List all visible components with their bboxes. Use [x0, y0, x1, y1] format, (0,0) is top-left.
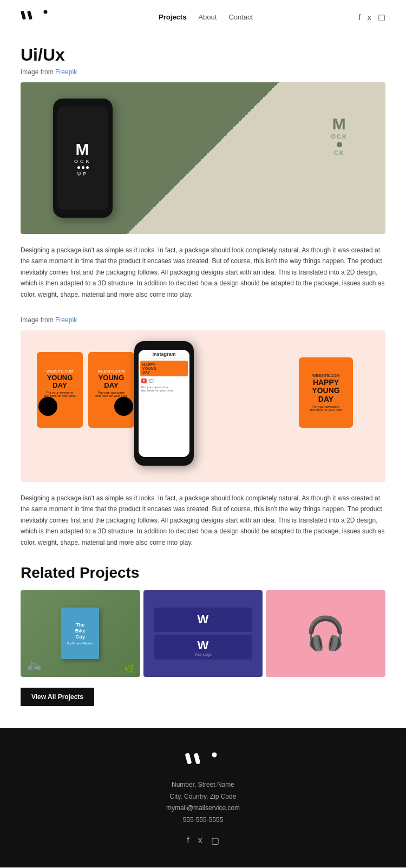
related-projects-title: Related Projects — [21, 564, 385, 582]
page-title: Ui/Ux — [21, 45, 385, 65]
freepik-link-1[interactable]: Freepik — [55, 68, 77, 76]
footer-twitter-x-icon[interactable]: x — [198, 836, 202, 846]
image-credit-1: Image from Freepik — [21, 68, 385, 76]
freepik-link-2[interactable]: Freepik — [55, 316, 77, 324]
footer: Number, Street Name City, Country, Zip C… — [0, 728, 406, 867]
footer-social: f x ▢ — [187, 836, 219, 846]
bike-icon: 🚲 — [26, 656, 42, 671]
projects-grid: TheBikeGuy By Emma Mason 🚲 🌿 W W Your Lo… — [21, 590, 385, 677]
nav-projects[interactable]: Projects — [159, 13, 186, 21]
main-content: Ui/Ux Image from Freepik M OCK UP M OCK … — [0, 34, 406, 728]
navbar: Projects About Contact f x ▢ — [0, 0, 406, 34]
footer-address: Number, Street Name City, Country, Zip C… — [166, 779, 240, 826]
svg-point-5 — [212, 752, 217, 757]
svg-rect-0 — [21, 10, 26, 19]
nav-about[interactable]: About — [198, 13, 217, 21]
footer-phone: 555-555-5555 — [166, 814, 240, 826]
social-cards: WEBSITE.COM YOUNGDAY Put your awesometex… — [37, 352, 134, 428]
instagram-icon[interactable]: ▢ — [378, 12, 385, 22]
plant-icon: 🌿 — [124, 664, 135, 674]
footer-email: mymail@mailservice.com — [166, 802, 240, 814]
footer-logo — [184, 749, 222, 769]
social-card-1: WEBSITE.COM YOUNGDAY Put your awesometex… — [37, 352, 83, 428]
nav-links: Projects About Contact — [159, 13, 253, 21]
nav-social: f x ▢ — [358, 12, 385, 22]
image-credit-2: Image from Freepik — [21, 316, 385, 324]
project-card-3[interactable]: 🎧 — [266, 590, 385, 677]
project-image-1: M OCK UP M OCK CK — [21, 82, 385, 234]
site-logo[interactable] — [21, 8, 53, 27]
phone-mockup-1: M OCK UP — [53, 99, 113, 218]
footer-address-line2: City, Country, Zip Code — [166, 791, 240, 803]
svg-rect-4 — [194, 753, 201, 764]
footer-address-line1: Number, Street Name — [166, 779, 240, 791]
footer-facebook-icon[interactable]: f — [187, 836, 189, 846]
facebook-icon[interactable]: f — [358, 12, 361, 22]
body-text-2: Designing a package isn't as simple as i… — [21, 493, 385, 548]
nav-contact[interactable]: Contact — [228, 13, 253, 21]
project-image-2: WEBSITE.COM YOUNGDAY Put your awesometex… — [21, 330, 385, 482]
project-card-1[interactable]: TheBikeGuy By Emma Mason 🚲 🌿 — [21, 590, 140, 677]
footer-instagram-icon[interactable]: ▢ — [211, 836, 219, 846]
card-mockup: M OCK CK — [331, 115, 348, 156]
body-text-1: Designing a package isn't as simple as i… — [21, 245, 385, 300]
view-all-projects-button[interactable]: View All Projects — [21, 688, 94, 706]
svg-rect-3 — [185, 753, 192, 764]
social-card-right: WEBSITE.COM HAPPYYOUNGDAY Put your aweso… — [299, 357, 353, 428]
social-card-2: WEBSITE.COM YOUNGDAY Put your awesometex… — [88, 352, 134, 428]
svg-point-2 — [44, 10, 48, 14]
headphone-icon: 🎧 — [305, 614, 346, 652]
phone-mockup-2: Instagram HAPPYYOUNGDAY ♥ 💬 Put your awe… — [134, 341, 194, 466]
twitter-x-icon[interactable]: x — [368, 12, 372, 22]
project-card-2[interactable]: W W Your Logo — [143, 590, 263, 677]
svg-rect-1 — [27, 10, 32, 19]
